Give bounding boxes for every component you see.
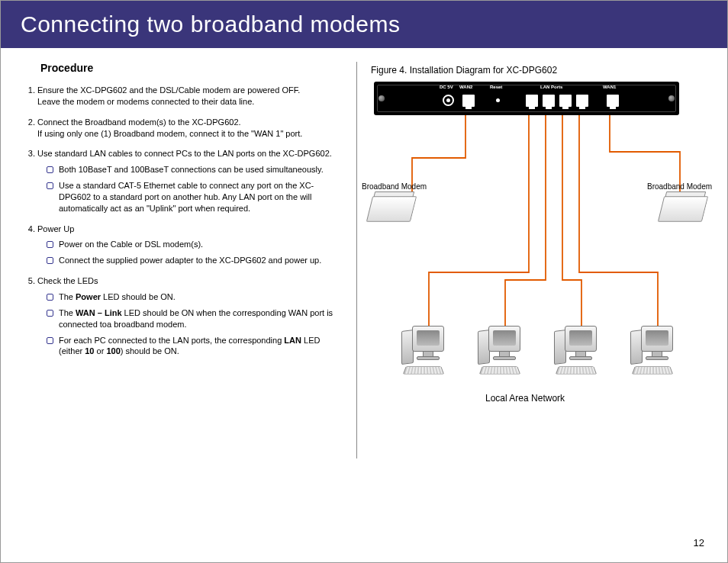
step-text: Check the LEDs bbox=[37, 276, 98, 285]
page-number: 12 bbox=[694, 537, 704, 549]
dc-jack-icon bbox=[443, 95, 454, 106]
page-banner: Connecting two broadband modems bbox=[1, 1, 727, 48]
step-bullet: For each PC connected to the LAN ports, … bbox=[59, 335, 343, 358]
pc-icon bbox=[400, 326, 453, 385]
step-bullet: Both 10BaseT and 100BaseT connections ca… bbox=[59, 164, 343, 175]
step-sublist: Both 10BaseT and 100BaseT connections ca… bbox=[37, 164, 343, 214]
step-sublist: Power on the Cable or DSL modem(s).Conne… bbox=[37, 239, 343, 266]
page-title: Connecting two broadband modems bbox=[21, 11, 400, 37]
port-labels-row: DC 5V WAN2 Reset LAN Ports WAN1 bbox=[374, 85, 679, 92]
step-bullet: Power on the Cable or DSL modem(s). bbox=[59, 239, 343, 250]
step-text: Connect the Broadband modem(s) to the XC… bbox=[37, 117, 241, 127]
content-area: Procedure Ensure the XC-DPG602 and the D… bbox=[1, 48, 727, 458]
wan1-port-icon bbox=[607, 95, 619, 107]
router-back-panel: DC 5V WAN2 Reset LAN Ports WAN1 bbox=[374, 82, 679, 115]
procedure-step: Ensure the XC-DPG602 and the DSL/Cable m… bbox=[37, 85, 343, 108]
step-bullet: Connect the supplied power adapter to th… bbox=[59, 255, 343, 266]
step-text: Power Up bbox=[37, 224, 74, 233]
step-bullet: The Power LED should be ON. bbox=[59, 291, 343, 303]
step-bullet: The WAN – Link LED should be ON when the… bbox=[59, 307, 343, 330]
step-bullet: Use a standard CAT-5 Ethernet cable to c… bbox=[59, 180, 343, 214]
lan-port-icon bbox=[559, 95, 572, 107]
right-column: Figure 4. Installation Diagram for XC-DP… bbox=[357, 62, 707, 458]
procedure-step: Check the LEDsThe Power LED should be ON… bbox=[37, 275, 343, 357]
lan-label: Local Area Network bbox=[485, 393, 565, 404]
step-text: Use standard LAN cables to connect PCs t… bbox=[37, 149, 332, 158]
step-text-line2: Leave the modem or modems connected to t… bbox=[37, 96, 343, 108]
procedure-heading: Procedure bbox=[40, 62, 343, 74]
port-label-wan1: WAN1 bbox=[603, 85, 616, 89]
lan-port-icon bbox=[526, 95, 538, 107]
pc-icon bbox=[629, 326, 682, 385]
figure-caption: Figure 4. Installation Diagram for XC-DP… bbox=[371, 65, 707, 76]
step-sublist: The Power LED should be ON.The WAN – Lin… bbox=[37, 291, 343, 357]
pc-icon bbox=[476, 326, 530, 385]
screw-icon bbox=[668, 95, 675, 101]
lan-port-icon bbox=[543, 95, 555, 107]
procedure-step: Power UpPower on the Cable or DSL modem(… bbox=[37, 224, 343, 267]
left-column: Procedure Ensure the XC-DPG602 and the D… bbox=[21, 62, 356, 458]
procedure-list: Ensure the XC-DPG602 and the DSL/Cable m… bbox=[21, 85, 343, 357]
step-text: Ensure the XC-DPG602 and the DSL/Cable m… bbox=[37, 85, 300, 95]
procedure-step: Connect the Broadband modem(s) to the XC… bbox=[37, 117, 343, 140]
document-page: Connecting two broadband modems Procedur… bbox=[0, 0, 728, 563]
port-label-lan: LAN Ports bbox=[540, 85, 562, 89]
port-label-wan2: WAN2 bbox=[459, 85, 472, 89]
modem-label: Broadband Modem bbox=[647, 182, 712, 191]
procedure-step: Use standard LAN cables to connect PCs t… bbox=[37, 148, 343, 214]
lan-port-icon bbox=[576, 95, 588, 107]
wan2-port-icon bbox=[462, 95, 475, 107]
reset-button-icon bbox=[496, 98, 500, 102]
port-label-dc: DC 5V bbox=[440, 85, 453, 89]
pc-icon bbox=[552, 326, 606, 385]
installation-diagram: DC 5V WAN2 Reset LAN Ports WAN1 bbox=[371, 82, 699, 410]
port-label-reset: Reset bbox=[490, 85, 502, 89]
broadband-modem-left: Broadband Modem bbox=[369, 196, 414, 222]
screw-icon bbox=[378, 95, 385, 101]
modem-label: Broadband Modem bbox=[362, 182, 427, 191]
broadband-modem-right: Broadband Modem bbox=[661, 196, 705, 222]
step-text-line2: If using only one (1) Broadband modem, c… bbox=[37, 128, 343, 140]
